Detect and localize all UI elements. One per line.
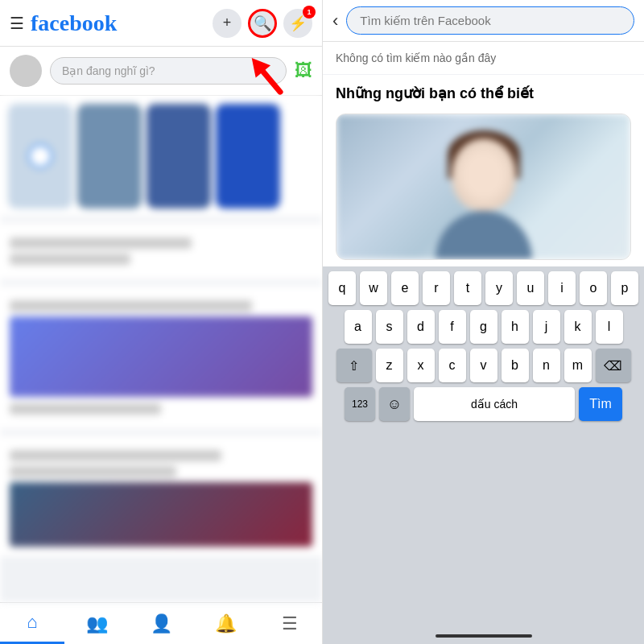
feed-text (10, 254, 130, 265)
feed-image (10, 482, 312, 547)
friends-icon: 👥 (86, 613, 108, 634)
key-p[interactable]: p (611, 271, 638, 305)
nav-notifications[interactable]: 🔔 (193, 603, 258, 644)
story-avatar (28, 144, 52, 168)
story-card[interactable] (77, 104, 142, 208)
left-header: ☰ facebook + 🔍 ⚡ 1 (0, 0, 322, 47)
search-input[interactable] (346, 6, 634, 35)
keyboard: q w e r t y u i o p a s d f g h j k l ⇧ … (323, 266, 644, 628)
profile-face (452, 138, 516, 211)
story-card[interactable] (8, 104, 72, 208)
header-icons: + 🔍 ⚡ 1 (213, 9, 312, 38)
key-e[interactable]: e (391, 271, 419, 305)
user-avatar (10, 55, 42, 87)
profile-icon: 👤 (151, 613, 172, 634)
feed-image (10, 316, 312, 397)
key-o[interactable]: o (580, 271, 607, 305)
left-panel: ☰ facebook + 🔍 ⚡ 1 Bạn đang nghĩ (0, 0, 322, 644)
right-panel: ‹ Không có tìm kiếm nào gần đây Những ng… (322, 0, 644, 644)
profile-body (436, 211, 532, 259)
key-n[interactable]: n (533, 349, 560, 382)
key-x[interactable]: x (407, 349, 435, 382)
feed-text (10, 403, 161, 415)
emoji-key[interactable]: ☺ (379, 387, 410, 421)
key-b[interactable]: b (502, 349, 529, 382)
keyboard-row-3: ⇧ z x c v b n m ⌫ (326, 349, 641, 382)
search-submit-key[interactable]: Tìm (579, 387, 622, 421)
nav-home[interactable]: ⌂ (0, 603, 64, 644)
key-j[interactable]: j (533, 310, 560, 344)
home-icon: ⌂ (27, 612, 37, 633)
key-s[interactable]: s (376, 310, 403, 344)
space-key[interactable]: dấu cách (414, 387, 575, 421)
post-box: Bạn đang nghĩ gì? 🖼 (0, 47, 322, 96)
keyboard-row-1: q w e r t y u i o p (326, 271, 641, 305)
key-c[interactable]: c (439, 349, 466, 382)
key-v[interactable]: v (470, 349, 497, 382)
key-w[interactable]: w (360, 271, 387, 305)
notification-badge: 1 (303, 6, 316, 19)
key-y[interactable]: y (485, 271, 513, 305)
facebook-logo: facebook (31, 10, 213, 36)
key-d[interactable]: d (407, 310, 435, 344)
feed-text (10, 237, 192, 249)
key-k[interactable]: k (564, 310, 592, 344)
profile-image (336, 114, 630, 259)
bell-icon: 🔔 (215, 613, 237, 634)
key-m[interactable]: m (564, 349, 592, 382)
nav-friends[interactable]: 👥 (64, 603, 129, 644)
feed-text (10, 300, 252, 312)
key-u[interactable]: u (517, 271, 544, 305)
bottom-indicator (323, 628, 644, 644)
key-r[interactable]: r (423, 271, 450, 305)
suggested-people-title: Những người bạn có thể biết (323, 75, 644, 107)
home-indicator (436, 634, 532, 638)
keyboard-row-4: 123 ☺ dấu cách Tìm (326, 387, 641, 421)
stories-row (0, 96, 322, 217)
feed-item (0, 436, 322, 556)
key-i[interactable]: i (548, 271, 576, 305)
menu-icon: ☰ (282, 613, 298, 634)
story-card[interactable] (147, 104, 211, 208)
backspace-key[interactable]: ⌫ (596, 349, 631, 382)
messenger-button[interactable]: ⚡ 1 (283, 9, 312, 38)
feed-item (0, 286, 322, 429)
nav-profile[interactable]: 👤 (129, 603, 193, 644)
key-g[interactable]: g (470, 310, 497, 344)
nav-menu[interactable]: ☰ (258, 603, 322, 644)
keyboard-row-2: a s d f g h j k l (326, 310, 641, 344)
plus-icon: + (223, 14, 232, 31)
right-search-header: ‹ (323, 0, 644, 42)
image-icon[interactable]: 🖼 (295, 60, 312, 81)
post-input[interactable]: Bạn đang nghĩ gì? (50, 57, 287, 85)
key-t[interactable]: t (454, 271, 481, 305)
no-recent-text: Không có tìm kiếm nào gần đây (323, 42, 644, 75)
key-z[interactable]: z (376, 349, 403, 382)
key-h[interactable]: h (502, 310, 529, 344)
bottom-nav: ⌂ 👥 👤 🔔 ☰ (0, 602, 322, 644)
key-q[interactable]: q (328, 271, 356, 305)
feed-text (10, 450, 221, 461)
feed-text (10, 466, 176, 477)
blurred-feed (0, 96, 322, 602)
number-key[interactable]: 123 (345, 387, 375, 421)
profile-card[interactable] (336, 114, 631, 260)
story-card[interactable] (216, 104, 280, 208)
back-button[interactable]: ‹ (332, 10, 338, 31)
search-button[interactable]: 🔍 (248, 9, 277, 38)
key-f[interactable]: f (439, 310, 466, 344)
key-l[interactable]: l (596, 310, 623, 344)
add-button[interactable]: + (213, 9, 242, 38)
key-a[interactable]: a (345, 310, 372, 344)
search-icon: 🔍 (254, 14, 271, 32)
shift-key[interactable]: ⇧ (336, 349, 372, 382)
hamburger-icon[interactable]: ☰ (10, 14, 24, 33)
feed-item (0, 223, 322, 279)
